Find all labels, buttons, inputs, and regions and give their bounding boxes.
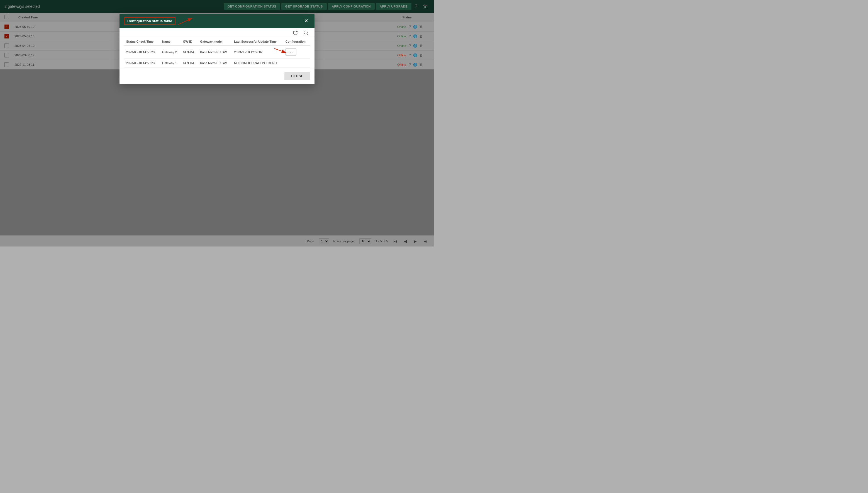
modal-refresh-button[interactable] [292, 30, 299, 36]
cell-gateway-model: Kona Micro EU GW [198, 46, 232, 59]
modal-title-box: Configuration status table [124, 17, 176, 25]
cell-gateway-model: Kona Micro EU GW [198, 59, 232, 68]
modal-toolbar [119, 28, 315, 37]
cell-configuration [283, 59, 310, 68]
annotation-arrow-2-icon [274, 47, 288, 56]
search-icon [304, 31, 309, 35]
cell-status-check-time: 2023-05-10 14:56:23 [124, 59, 160, 68]
col-configuration: Configuration [283, 37, 310, 46]
cell-name: Gateway 2 [160, 46, 181, 59]
modal-footer: CLOSE [119, 68, 315, 84]
modal-table-container: Status Check Time Name GW-ID Gateway mod… [119, 37, 315, 68]
cell-gw-id: 647FDA [181, 46, 198, 59]
col-name: Name [160, 37, 181, 46]
table-body: 2023-05-10 14:56:23 Gateway 2 647FDA Kon… [124, 46, 310, 68]
refresh-icon [293, 31, 298, 35]
col-last-update: Last Successful Update Time [232, 37, 283, 46]
modal-x-close-button[interactable]: ✕ [302, 17, 310, 24]
col-status-check-time: Status Check Time [124, 37, 160, 46]
table-header: Status Check Time Name GW-ID Gateway mod… [124, 37, 310, 46]
modal-title-wrapper: Configuration status table [124, 17, 195, 25]
modal-search-button[interactable] [302, 30, 310, 36]
configuration-status-modal: Configuration status table ✕ [119, 14, 315, 84]
annotation-arrow-icon [178, 17, 195, 25]
col-gw-id: GW-ID [181, 37, 198, 46]
cell-gw-id: 647FDA [181, 59, 198, 68]
modal-overlay: Configuration status table ✕ [0, 0, 434, 246]
table-row: 2023-05-10 14:56:23 Gateway 2 647FDA Kon… [124, 46, 310, 59]
modal-header: Configuration status table ✕ [119, 14, 315, 28]
svg-line-3 [274, 48, 286, 53]
table-row: 2023-05-10 14:56:23 Gateway 1 647FDA Kon… [124, 59, 310, 68]
cell-status-check-time: 2023-05-10 14:56:23 [124, 46, 160, 59]
close-button[interactable]: CLOSE [284, 72, 310, 80]
cell-name: Gateway 1 [160, 59, 181, 68]
modal-title: Configuration status table [127, 19, 172, 23]
svg-line-1 [178, 18, 192, 24]
config-status-table: Status Check Time Name GW-ID Gateway mod… [124, 37, 310, 68]
cell-last-update: NO CONFIGURATION FOUND [232, 59, 283, 68]
cell-configuration: ··· [283, 46, 310, 59]
col-gateway-model: Gateway model [198, 37, 232, 46]
